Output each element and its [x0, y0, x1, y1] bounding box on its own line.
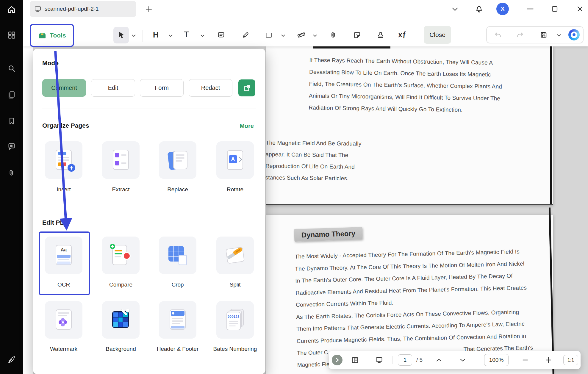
edit-card-header-footer[interactable]	[159, 301, 196, 339]
avatar-initial: X	[501, 6, 505, 12]
sticker-tool[interactable]	[353, 31, 362, 40]
stamp-tool[interactable]	[376, 31, 385, 40]
chevron-down-icon	[452, 7, 458, 11]
signature-tool[interactable]: xƒ	[398, 30, 406, 39]
rotate-icon: A	[223, 148, 247, 172]
tools-button[interactable]: Tools	[32, 26, 72, 45]
organize-more-link[interactable]: More	[240, 123, 254, 129]
chevron-down-icon	[313, 35, 317, 37]
zoom-level-box[interactable]: 100%	[484, 354, 509, 366]
sidebar-item-thumbnails[interactable]	[0, 87, 23, 103]
organize-card-rotate[interactable]: A	[216, 141, 254, 179]
paperclip-icon	[329, 31, 337, 39]
panel-divider	[42, 109, 256, 109]
text-comment-tool[interactable]: T	[184, 30, 189, 39]
ai-assistant-button[interactable]	[568, 29, 580, 40]
zoom-in-button[interactable]	[544, 355, 553, 365]
measure-tool-dropdown[interactable]	[312, 34, 317, 37]
sticker-icon	[353, 31, 361, 39]
sidebar-item-bookmarks[interactable]	[0, 113, 23, 129]
organize-card-extract-label: Extract	[98, 185, 143, 194]
edit-card-ocr[interactable]: Aa	[45, 237, 82, 274]
edit-card-crop[interactable]	[159, 237, 196, 274]
sidebar-logo[interactable]	[0, 351, 23, 368]
highlight-tool[interactable]: H	[153, 30, 159, 40]
new-tab-button[interactable]	[144, 5, 154, 13]
edit-card-background[interactable]	[102, 301, 140, 339]
crop-icon	[166, 244, 189, 267]
undo-button[interactable]	[494, 30, 503, 39]
zoom-level-value: 100%	[489, 357, 504, 363]
save-button[interactable]	[539, 30, 548, 39]
organize-card-replace[interactable]	[159, 141, 196, 179]
mode-button-comment[interactable]: Comment	[42, 79, 86, 97]
shapes-tool[interactable]	[264, 31, 273, 40]
notifications-button[interactable]	[475, 5, 484, 14]
edit-card-bates-numbering[interactable]: 000123	[216, 301, 254, 339]
organize-card-insert[interactable]	[45, 141, 82, 179]
organize-card-extract[interactable]	[102, 141, 140, 179]
close-tools-button[interactable]: Close	[424, 26, 451, 44]
doc-text-line: appear. It Can Be Said That The	[265, 148, 361, 161]
select-tool-dropdown[interactable]	[131, 34, 136, 37]
sidebar-item-search[interactable]	[0, 60, 23, 77]
next-page-button[interactable]	[459, 357, 467, 363]
edit-card-compare[interactable]	[102, 237, 140, 274]
edit-card-compare-label: Compare	[98, 280, 143, 289]
mode-button-edit[interactable]: Edit	[91, 79, 135, 97]
mode-button-form[interactable]: Form	[140, 79, 184, 97]
sidebar-item-comments[interactable]	[0, 138, 23, 155]
open-in-new-window-button[interactable]	[238, 79, 255, 96]
edit-card-bates-numbering-label: Bates Numbering	[213, 345, 257, 353]
pencil-tool[interactable]	[241, 31, 250, 40]
rotate-arrow	[239, 157, 243, 162]
sticky-note-tool[interactable]	[217, 31, 226, 40]
replace-icon	[166, 148, 189, 172]
document-tab[interactable]: scanned-pdf-updf-2-1	[30, 1, 136, 17]
zoom-out-button[interactable]	[521, 357, 529, 363]
edit-card-watermark[interactable]	[45, 301, 82, 339]
expand-toolbar-button[interactable]	[332, 355, 343, 365]
avatar[interactable]: X	[496, 3, 509, 15]
chevron-down-icon	[169, 35, 173, 37]
sidebar-item-attachments[interactable]	[0, 165, 23, 181]
chevron-down-icon	[201, 35, 204, 37]
mode-button-redact[interactable]: Redact	[189, 79, 232, 97]
edit-card-split[interactable]	[216, 237, 254, 274]
measure-tool[interactable]	[297, 30, 306, 40]
chevron-down-icon	[281, 35, 285, 37]
minimize-button[interactable]	[526, 5, 535, 12]
monitor-icon	[35, 6, 41, 12]
redo-button[interactable]	[515, 30, 524, 39]
maximize-button[interactable]	[551, 5, 559, 12]
edit-card-split-label: Split	[213, 280, 257, 289]
actual-size-label: 1:1	[567, 357, 574, 363]
thumbnail-view-button[interactable]	[351, 356, 359, 364]
sidebar-item-home[interactable]	[0, 1, 23, 18]
page-number-input[interactable]: 1	[398, 354, 412, 366]
attachment-tool[interactable]	[329, 31, 338, 40]
pdf-page-2: Dynamo Theory The Most Widely - Accepted…	[266, 215, 553, 374]
page2-rotated-content: Dynamo Theory The Most Widely - Accepted…	[265, 209, 556, 374]
pdf-page-1: If These Rays Reach The Earth Without Ob…	[266, 46, 553, 205]
highlight-tool-dropdown[interactable]	[168, 34, 173, 37]
previous-page-button[interactable]	[435, 357, 443, 363]
close-window-button[interactable]	[576, 5, 584, 12]
close-button-label: Close	[429, 31, 445, 38]
presentation-button[interactable]	[375, 356, 383, 364]
plus-icon	[545, 357, 551, 363]
edit-card-ocr-label: OCR	[41, 280, 86, 289]
actual-size-button[interactable]: 1:1	[563, 355, 578, 365]
text-tool-dropdown[interactable]	[200, 34, 205, 37]
shapes-tool-dropdown[interactable]	[281, 34, 285, 37]
close-icon	[577, 6, 583, 12]
chevron-up-icon	[436, 359, 442, 362]
select-tool[interactable]	[113, 27, 129, 43]
bookmark-icon	[7, 117, 16, 125]
scan-artifact-top	[313, 46, 390, 48]
save-dropdown[interactable]	[556, 34, 561, 37]
tab-list-dropdown[interactable]	[451, 7, 459, 12]
sidebar-item-apps[interactable]	[0, 27, 23, 43]
page-number-value: 1	[404, 357, 407, 363]
pages-icon	[7, 91, 16, 99]
